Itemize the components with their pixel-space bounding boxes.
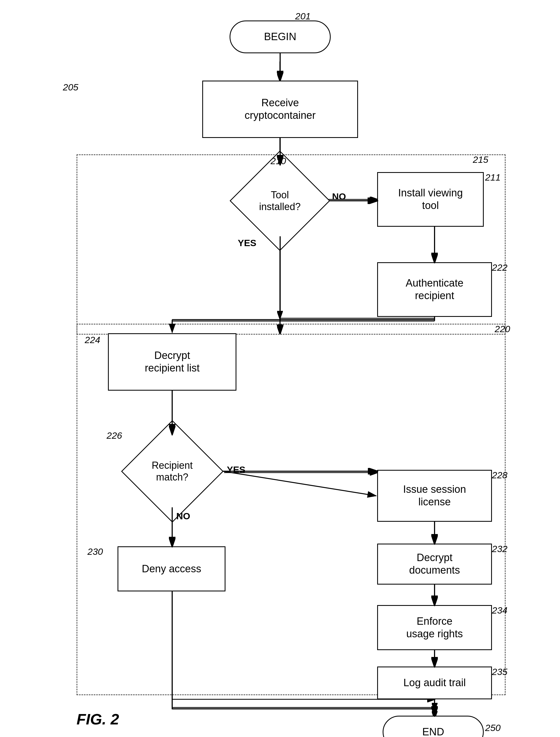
yes-label-tool: YES <box>238 238 256 248</box>
enforce-rights-shape: Enforceusage rights <box>377 605 492 650</box>
install-tool-label: Install viewingtool <box>398 187 463 212</box>
tool-installed-shape: Toolinstalled? <box>231 165 329 236</box>
ref-210: 210 <box>271 156 286 166</box>
ref-230: 230 <box>87 546 103 557</box>
decrypt-list-shape: Decryptrecipient list <box>108 333 236 390</box>
authenticate-label: Authenticaterecipient <box>406 277 463 302</box>
no-label-tool: NO <box>332 191 346 202</box>
ref-224: 224 <box>85 335 100 345</box>
deny-access-shape: Deny access <box>118 546 225 591</box>
issue-license-label: Issue sessionlicense <box>403 483 466 508</box>
ref-232: 232 <box>492 544 508 554</box>
deny-access-label: Deny access <box>142 563 201 575</box>
ref-215: 215 <box>473 154 488 165</box>
ref-222: 222 <box>492 262 508 273</box>
install-tool-shape: Install viewingtool <box>377 172 484 227</box>
yes-label-match: YES <box>227 464 245 475</box>
ref-211: 211 <box>485 172 501 183</box>
issue-license-shape: Issue sessionlicense <box>377 470 492 522</box>
begin-shape: BEGIN <box>230 20 331 53</box>
receive-cryptocontainer-label: Receivecryptocontainer <box>245 97 316 122</box>
end-label: END <box>422 726 444 737</box>
ref-205: 205 <box>63 82 78 93</box>
enforce-rights-label: Enforceusage rights <box>406 615 463 640</box>
decrypt-docs-label: Decryptdocuments <box>409 551 460 576</box>
log-audit-label: Log audit trail <box>403 677 466 689</box>
ref-220: 220 <box>495 324 510 335</box>
ref-226: 226 <box>107 430 122 441</box>
ref-234: 234 <box>492 605 508 616</box>
ref-201: 201 <box>295 11 311 22</box>
tool-installed-label: Toolinstalled? <box>259 189 301 213</box>
receive-cryptocontainer-shape: Receivecryptocontainer <box>202 81 358 138</box>
begin-label: BEGIN <box>264 31 296 43</box>
ref-235: 235 <box>492 666 508 677</box>
decrypt-docs-shape: Decryptdocuments <box>377 544 492 585</box>
decrypt-list-label: Decryptrecipient list <box>145 350 200 374</box>
log-audit-shape: Log audit trail <box>377 666 492 699</box>
end-shape: END <box>383 716 484 737</box>
fig-label: FIG. 2 <box>77 710 119 728</box>
no-label-match: NO <box>176 511 190 521</box>
ref-250: 250 <box>485 723 501 733</box>
ref-228: 228 <box>492 470 508 480</box>
authenticate-shape: Authenticaterecipient <box>377 262 492 317</box>
recipient-match-label: Recipientmatch? <box>152 459 193 483</box>
recipient-match-shape: Recipientmatch? <box>123 434 221 508</box>
